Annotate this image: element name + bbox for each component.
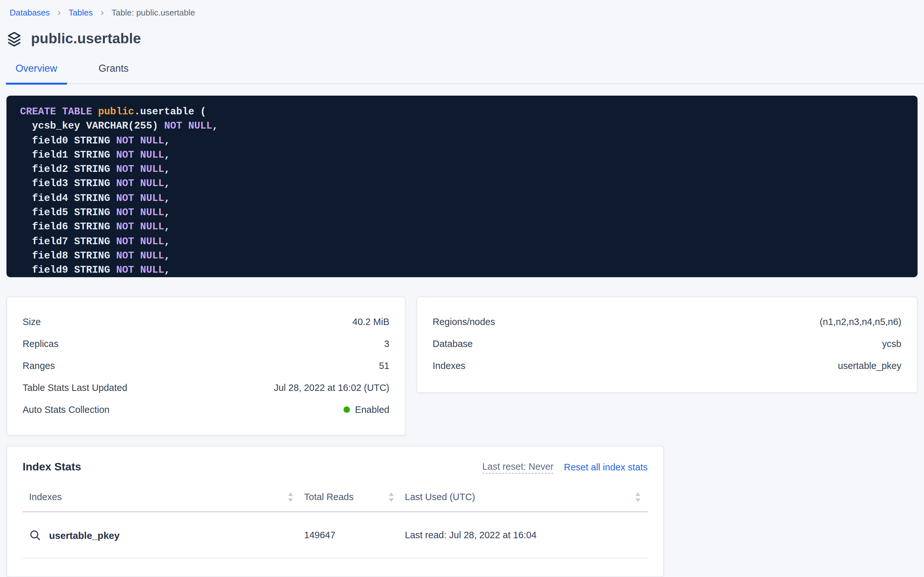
column-header-total-reads[interactable]: Total Reads xyxy=(304,492,395,502)
stat-value: 3 xyxy=(384,338,389,349)
chevron-right-icon: › xyxy=(100,7,104,17)
page-title: public.usertable xyxy=(31,31,141,47)
column-label: Last Used (UTC) xyxy=(405,492,475,502)
sql-line: field0 STRING NOT NULL, xyxy=(20,134,918,148)
stat-row-regions: Regions/nodes (n1,n2,n3,n4,n5,n6) xyxy=(432,311,902,333)
tab-overview[interactable]: Overview xyxy=(6,63,67,85)
sql-line: CREATE TABLE public.usertable ( xyxy=(20,105,918,119)
summary-cards: Size 40.2 MiB Replicas 3 Ranges 51 Table… xyxy=(6,297,918,435)
last-reset-label[interactable]: Last reset: Never xyxy=(482,461,554,473)
stat-row-indexes: Indexes usertable_pkey xyxy=(432,355,902,377)
last-used-cell: Last read: Jul 28, 2022 at 16:04 xyxy=(405,530,641,540)
tab-grants[interactable]: Grants xyxy=(89,63,138,85)
index-table-header: Indexes Total Reads Last Used (UTC) xyxy=(22,483,648,513)
stat-label: Size xyxy=(22,317,41,327)
stat-label: Auto Stats Collection xyxy=(22,405,109,415)
sql-line: field3 STRING NOT NULL, xyxy=(20,177,918,191)
index-name-cell: usertable_pkey xyxy=(29,529,294,541)
stat-value: 51 xyxy=(379,361,389,371)
create-statement-code-block: CREATE TABLE public.usertable ( ycsb_key… xyxy=(6,96,918,277)
breadcrumb-link-tables[interactable]: Tables xyxy=(68,8,93,18)
stat-value: Jul 28, 2022 at 16:02 (UTC) xyxy=(274,382,389,393)
status-text: Enabled xyxy=(355,405,389,415)
search-icon xyxy=(29,529,41,541)
breadcrumb-current: Table: public.usertable xyxy=(111,8,195,18)
column-header-indexes[interactable]: Indexes xyxy=(29,492,294,502)
sql-line: field4 STRING NOT NULL, xyxy=(20,191,918,206)
sql-line: field5 STRING NOT NULL, xyxy=(20,205,918,220)
sort-icon[interactable] xyxy=(635,492,641,502)
stat-value: (n1,n2,n3,n4,n5,n6) xyxy=(820,317,902,327)
column-label: Total Reads xyxy=(304,492,354,502)
sql-line: field2 STRING NOT NULL, xyxy=(20,162,918,177)
reset-index-stats-link[interactable]: Reset all index stats xyxy=(564,462,648,472)
page-header: public.usertable xyxy=(6,31,924,47)
stat-label: Database xyxy=(432,338,472,349)
sort-icon[interactable] xyxy=(287,492,294,502)
index-stats-card: Index Stats Last reset: Never Reset all … xyxy=(6,446,664,577)
stat-label: Table Stats Last Updated xyxy=(22,382,127,393)
stat-label: Indexes xyxy=(432,361,466,371)
stat-value: ycsb xyxy=(882,338,902,349)
stat-label: Regions/nodes xyxy=(432,317,495,327)
sql-line: field8 STRING NOT NULL, xyxy=(20,249,918,263)
total-reads-cell: 149647 xyxy=(304,530,395,540)
page: Databases › Tables › Table: public.usert… xyxy=(0,0,924,577)
stat-value: 40.2 MiB xyxy=(352,317,389,327)
index-stats-header: Index Stats Last reset: Never Reset all … xyxy=(22,461,648,474)
sql-line: field7 STRING NOT NULL, xyxy=(20,234,918,249)
index-stats-actions: Last reset: Never Reset all index stats xyxy=(482,461,648,473)
breadcrumb-link-databases[interactable]: Databases xyxy=(10,8,50,18)
stat-label: Replicas xyxy=(22,338,58,349)
stat-row-database: Database ycsb xyxy=(432,333,902,355)
status-enabled-dot-icon xyxy=(344,406,350,413)
table-stack-icon xyxy=(6,31,22,47)
table-stats-card: Size 40.2 MiB Replicas 3 Ranges 51 Table… xyxy=(6,297,405,435)
breadcrumb: Databases › Tables › Table: public.usert… xyxy=(0,0,924,18)
stat-row-size: Size 40.2 MiB xyxy=(22,311,389,333)
tab-bar: Overview Grants xyxy=(6,63,924,84)
index-table-row: usertable_pkey 149647 Last read: Jul 28,… xyxy=(22,513,648,558)
stat-value: usertable_pkey xyxy=(838,361,902,371)
stat-row-auto-stats: Auto Stats Collection Enabled xyxy=(22,399,389,421)
column-header-last-used[interactable]: Last Used (UTC) xyxy=(405,492,641,502)
index-stats-title: Index Stats xyxy=(22,461,81,474)
stat-row-replicas: Replicas 3 xyxy=(22,333,389,355)
stat-row-ranges: Ranges 51 xyxy=(22,355,389,377)
sql-line: field9 STRING NOT NULL, xyxy=(20,263,918,277)
sql-line: field6 STRING NOT NULL, xyxy=(20,220,918,235)
index-name: usertable_pkey xyxy=(49,530,119,540)
table-info-card: Regions/nodes (n1,n2,n3,n4,n5,n6) Databa… xyxy=(416,297,918,393)
sort-icon[interactable] xyxy=(388,492,395,502)
stat-value: Enabled xyxy=(344,405,389,415)
stat-label: Ranges xyxy=(22,361,55,371)
sql-line: field1 STRING NOT NULL, xyxy=(20,148,918,163)
column-label: Indexes xyxy=(29,492,62,502)
sql-line: ycsb_key VARCHAR(255) NOT NULL, xyxy=(20,119,918,134)
chevron-right-icon: › xyxy=(58,7,61,17)
stat-row-stats-updated: Table Stats Last Updated Jul 28, 2022 at… xyxy=(22,377,389,399)
